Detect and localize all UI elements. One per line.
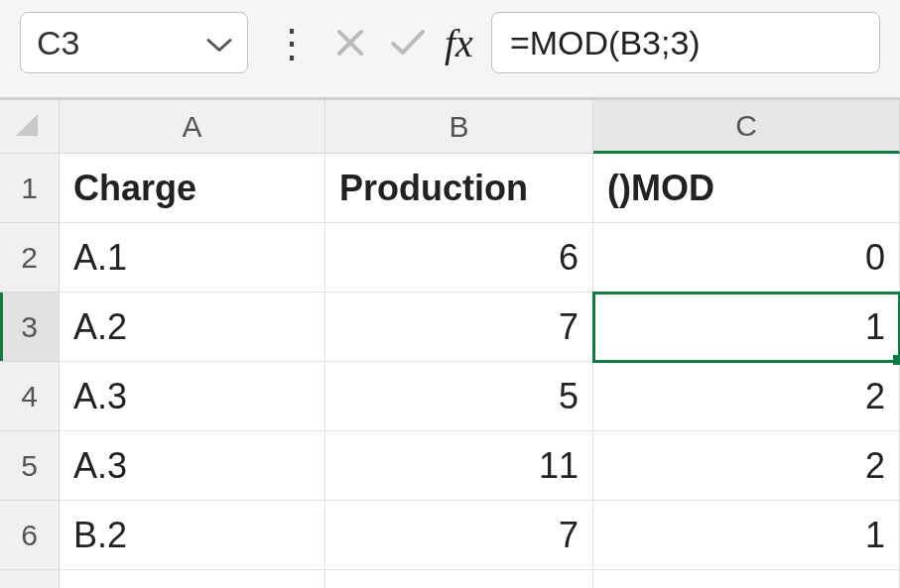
column-header-a[interactable]: A [60,100,325,154]
cell-c1[interactable]: ()MOD [593,154,900,223]
cell-a5[interactable]: A.3 [60,431,325,501]
cell-a1[interactable]: Charge [60,154,325,223]
vertical-dots-icon[interactable]: ⋮ [256,23,318,62]
cell-b2[interactable]: 6 [325,223,593,293]
cell-c7[interactable]: 1 [593,570,900,588]
row-header-2[interactable]: 2 [0,223,60,293]
confirm-formula-button[interactable] [383,14,433,71]
cell-a6[interactable]: B.2 [60,501,325,570]
formula-text: =MOD(B3;3) [510,24,701,62]
cell-a7[interactable]: B.3 [60,570,325,588]
row-2: 2 A.1 6 0 [0,223,900,293]
cell-a3[interactable]: A.2 [60,293,325,362]
cell-c5[interactable]: 2 [593,431,900,501]
row-header-1[interactable]: 1 [0,154,60,223]
select-all-corner[interactable] [0,100,60,154]
column-header-row: A B C [0,100,900,154]
name-box[interactable]: C3 [20,12,248,73]
row-5: 5 A.3 11 2 [0,431,900,501]
column-header-c[interactable]: C [593,100,900,154]
cancel-formula-button[interactable] [325,14,375,71]
cell-a4[interactable]: A.3 [60,362,325,431]
row-1: 1 Charge Production ()MOD [0,154,900,223]
row-header-3[interactable]: 3 [0,293,60,362]
row-6: 6 B.2 7 1 [0,501,900,570]
name-box-value: C3 [37,24,79,62]
svg-marker-2 [16,114,38,136]
cell-c6[interactable]: 1 [593,501,900,570]
chevron-down-icon[interactable] [205,24,233,62]
row-header-7[interactable]: 7 [0,570,60,588]
row-7: 7 B.3 4 1 [0,570,900,588]
spreadsheet-grid: A B C 1 Charge Production ()MOD 2 A.1 6 … [0,97,900,588]
row-header-4[interactable]: 4 [0,362,60,431]
cell-c2[interactable]: 0 [593,223,900,293]
formula-input[interactable]: =MOD(B3;3) [491,12,880,73]
cell-c4[interactable]: 2 [593,362,900,431]
formula-bar: C3 ⋮ fx =MOD(B3;3) [0,0,900,97]
fx-label[interactable]: fx [441,20,483,66]
cell-b1[interactable]: Production [325,154,593,223]
row-4: 4 A.3 5 2 [0,362,900,431]
cell-a2[interactable]: A.1 [60,223,325,293]
row-header-5[interactable]: 5 [0,431,60,501]
cell-b4[interactable]: 5 [325,362,593,431]
cell-b6[interactable]: 7 [325,501,593,570]
row-header-6[interactable]: 6 [0,501,60,570]
cell-c3[interactable]: 1 [593,293,900,362]
cell-b5[interactable]: 11 [325,431,593,501]
cell-b3[interactable]: 7 [325,293,593,362]
column-header-b[interactable]: B [325,100,593,154]
cell-b7[interactable]: 4 [325,570,593,588]
row-3: 3 A.2 7 1 [0,293,900,362]
